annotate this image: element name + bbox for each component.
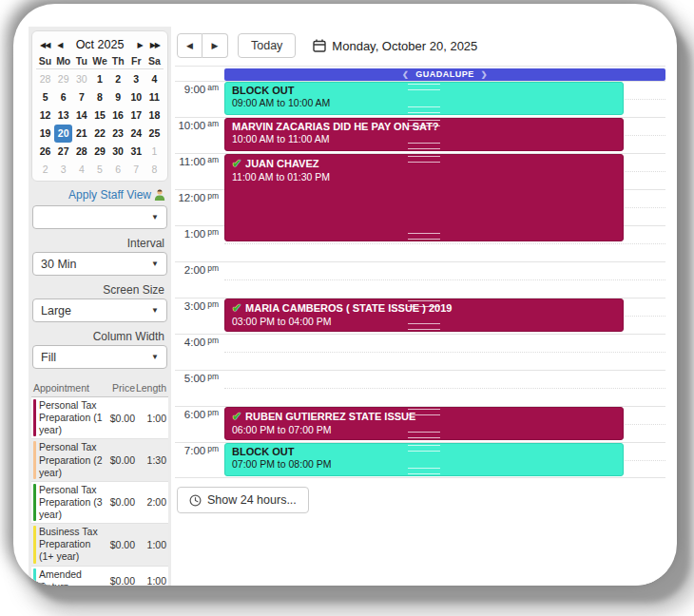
mini-calendar-day[interactable]: 29 xyxy=(54,70,72,88)
mini-calendar-day[interactable]: 24 xyxy=(127,125,145,143)
today-button[interactable]: Today xyxy=(238,33,296,58)
table-row[interactable]: Personal Tax Preparation (2 year)$0.001:… xyxy=(31,439,168,481)
mini-calendar-day[interactable]: 1 xyxy=(145,143,164,161)
day-name: Mo xyxy=(54,55,72,67)
mini-calendar-day[interactable]: 15 xyxy=(90,106,108,125)
service-price: $0.00 xyxy=(104,496,135,508)
meridiem-label: pm xyxy=(207,299,219,309)
mini-calendar-day[interactable]: 10 xyxy=(127,88,145,106)
event-appointment[interactable]: ✔MARIA CAMBEROS ( STATE ISSUE ) 201903:0… xyxy=(224,298,624,332)
column-width-label: Column Width xyxy=(31,330,164,343)
events-layer: BLOCK OUT09:00 AM to 10:00 AMMARVIN ZACA… xyxy=(224,81,624,477)
mini-calendar-day[interactable]: 28 xyxy=(72,143,90,161)
next-month-icon[interactable]: ▶ xyxy=(134,39,146,51)
mini-calendar-day[interactable]: 1 xyxy=(90,70,108,88)
time-label: 7:00pm xyxy=(175,445,219,456)
mini-calendar-day[interactable]: 26 xyxy=(36,143,54,161)
mini-calendar-day[interactable]: 25 xyxy=(145,125,164,143)
mini-calendar-day[interactable]: 5 xyxy=(36,88,54,106)
current-date-label: Monday, October 20, 2025 xyxy=(332,39,477,53)
chevron-down-icon: ▼ xyxy=(151,306,159,315)
mini-calendar-day[interactable]: 30 xyxy=(72,70,90,88)
service-price: $0.00 xyxy=(104,539,135,550)
mini-calendar-day[interactable]: 9 xyxy=(109,88,127,106)
mini-calendar-day[interactable]: 2 xyxy=(109,70,127,88)
mini-calendar-day[interactable]: 22 xyxy=(90,125,108,143)
mini-calendar-day[interactable]: 19 xyxy=(36,125,54,143)
meridiem-label: pm xyxy=(207,191,219,201)
apply-staff-view-link[interactable]: Apply Staff View xyxy=(68,188,151,202)
mini-calendar-day[interactable]: 6 xyxy=(54,88,72,106)
mini-calendar-day[interactable]: 29 xyxy=(90,143,108,161)
mini-calendar-day[interactable]: 31 xyxy=(127,143,145,161)
mini-calendar-day[interactable]: 4 xyxy=(72,161,90,179)
mini-calendar-day[interactable]: 8 xyxy=(90,88,108,106)
screen-size-select[interactable]: Large ▼ xyxy=(32,298,167,322)
event-title: ✔MARIA CAMBEROS ( STATE ISSUE ) 2019 xyxy=(232,301,616,315)
time-label: 4:00pm xyxy=(175,337,219,348)
next-year-icon[interactable]: ▶▶ xyxy=(146,39,164,51)
time-label: 11:00am xyxy=(175,156,219,167)
appointment-types-table: Appointment Price Length Personal Tax Pr… xyxy=(31,380,168,586)
mini-calendar-day[interactable]: 3 xyxy=(54,161,72,179)
mini-calendar-day[interactable]: 7 xyxy=(72,88,90,106)
service-price: $0.00 xyxy=(104,575,135,586)
table-row[interactable]: Personal Tax Preparation (1 year)$0.001:… xyxy=(31,397,168,439)
mini-calendar-day[interactable]: 14 xyxy=(72,106,90,125)
mini-calendar-day[interactable]: 17 xyxy=(127,106,145,125)
event-blockout[interactable]: BLOCK OUT09:00 AM to 10:00 AM xyxy=(224,82,624,115)
table-row[interactable]: Personal Tax Preparation (3 year)$0.002:… xyxy=(31,482,168,524)
staff-select[interactable]: ▼ xyxy=(32,205,167,229)
meridiem-label: pm xyxy=(207,336,219,345)
table-row[interactable]: Amended Return$0.001:00 xyxy=(31,567,168,587)
mini-calendar-day[interactable]: 6 xyxy=(109,161,127,179)
column-width-select[interactable]: Fill ▼ xyxy=(32,345,167,369)
show-24-hours-button[interactable]: Show 24 hours... xyxy=(177,487,309,513)
mini-calendar-day-selected[interactable]: 20 xyxy=(54,125,72,143)
resource-bar-guadalupe[interactable]: ❮GUADALUPE❯ xyxy=(224,68,665,81)
mini-calendar-day[interactable]: 28 xyxy=(36,70,54,88)
prev-day-button[interactable]: ◀ xyxy=(177,33,202,58)
mini-calendar-day[interactable]: 8 xyxy=(145,161,164,179)
mini-calendar-day[interactable]: 13 xyxy=(54,106,72,125)
event-title: BLOCK OUT xyxy=(232,85,616,96)
show-24-hours-label: Show 24 hours... xyxy=(207,493,297,507)
table-row[interactable]: Business Tax Preparation (1+ year)$0.001… xyxy=(31,524,168,566)
event-blockout[interactable]: BLOCK OUT07:00 PM to 08:00 PM xyxy=(224,443,624,476)
mini-calendar-day[interactable]: 4 xyxy=(145,70,164,88)
resource-prev-icon[interactable]: ❮ xyxy=(402,70,409,79)
screen-size-select-value: Large xyxy=(41,304,151,318)
meridiem-label: am xyxy=(207,83,219,92)
meridiem-label: pm xyxy=(207,372,219,381)
interval-select[interactable]: 30 Min ▼ xyxy=(32,252,167,276)
mini-calendar-day[interactable]: 2 xyxy=(36,161,54,179)
next-day-button[interactable]: ▶ xyxy=(202,33,228,58)
mini-calendar-day[interactable]: 21 xyxy=(72,125,90,143)
mini-calendar-day[interactable]: 23 xyxy=(109,125,127,143)
event-time-range: 06:00 PM to 07:00 PM xyxy=(232,424,616,435)
resource-next-icon[interactable]: ❯ xyxy=(481,70,488,79)
mini-calendar-day[interactable]: 3 xyxy=(127,70,145,88)
mini-calendar-day[interactable]: 27 xyxy=(54,143,72,161)
event-time-range: 09:00 AM to 10:00 AM xyxy=(232,97,616,108)
mini-calendar-day[interactable]: 18 xyxy=(145,106,164,125)
service-price: $0.00 xyxy=(104,454,135,466)
resource-name: GUADALUPE xyxy=(415,69,474,79)
mini-calendar: ◀◀ ◀ Oct 2025 ▶ ▶▶ SuMoTuWeThFrSa 282930… xyxy=(31,30,168,182)
mini-calendar-day[interactable]: 16 xyxy=(109,106,127,125)
meridiem-label: pm xyxy=(207,408,219,417)
mini-calendar-day[interactable]: 5 xyxy=(90,161,108,179)
mini-calendar-day[interactable]: 12 xyxy=(36,106,54,125)
service-name: Business Tax Preparation (1+ year) xyxy=(39,526,104,563)
prev-month-icon[interactable]: ◀ xyxy=(53,39,66,51)
time-label: 12:00pm xyxy=(175,192,219,203)
event-appointment[interactable]: ✔RUBEN GUTIERREZ STATE ISSUE06:00 PM to … xyxy=(224,407,624,440)
event-appointment[interactable]: ✔JUAN CHAVEZ11:00 AM to 01:30 PM xyxy=(224,154,624,241)
service-name: Personal Tax Preparation (3 year) xyxy=(39,484,104,521)
time-label: 5:00pm xyxy=(175,373,219,384)
mini-calendar-day[interactable]: 30 xyxy=(109,143,127,161)
mini-calendar-day[interactable]: 11 xyxy=(145,88,164,106)
event-appointment[interactable]: MARVIN ZACARIAS DID HE PAY ON SAT?10:00 … xyxy=(224,118,624,151)
prev-year-icon[interactable]: ◀◀ xyxy=(36,39,53,51)
mini-calendar-day[interactable]: 7 xyxy=(127,161,145,179)
